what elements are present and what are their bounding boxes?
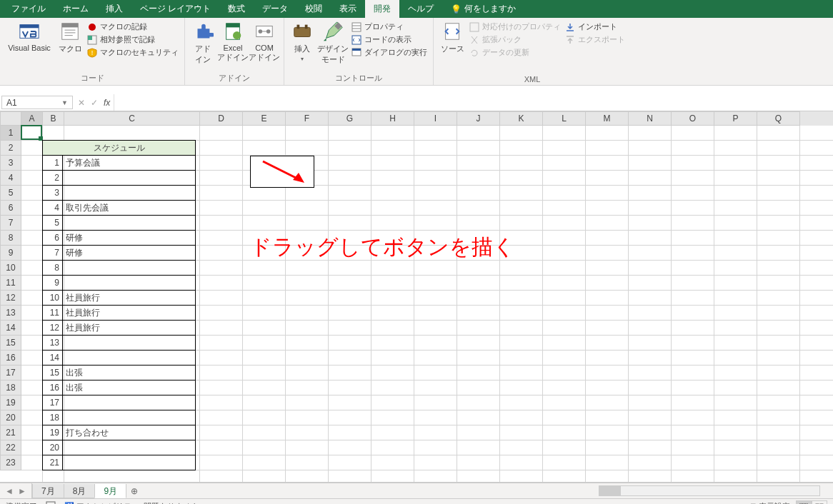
cell-num[interactable]: 1 [43,156,63,171]
col-header-H[interactable]: H [371,111,414,126]
cell-text[interactable]: 社員旅行 [63,291,196,306]
display-settings-button[interactable]: 🖥 表示設定 [749,501,790,504]
cells[interactable]: スケジュール 1予算会議234取引先会議56研修7研修8910社員旅行11社員旅… [21,126,833,482]
col-header-D[interactable]: D [200,111,243,126]
insert-control-button[interactable]: 挿入▾ [289,19,316,64]
cell-num[interactable]: 3 [43,186,63,201]
tab-数式[interactable]: 数式 [219,0,254,18]
row-header-23[interactable]: 23 [0,455,21,470]
view-normal-button[interactable] [796,500,812,505]
sheet-tab-8月[interactable]: 8月 [64,484,96,498]
cell-num[interactable]: 5 [43,216,63,231]
row-header-16[interactable]: 16 [0,351,21,366]
cell-num[interactable]: 13 [43,336,63,351]
enter-icon[interactable]: ✓ [91,98,98,108]
tab-ページ レイアウト[interactable]: ページ レイアウト [131,0,219,18]
view-page-layout-button[interactable] [812,500,827,505]
com-addin-button[interactable]: COM アドイン [249,19,279,64]
cell-text[interactable]: 研修 [63,231,196,246]
fx-icon[interactable]: fx [104,98,110,108]
cell-num[interactable]: 4 [43,201,63,216]
cell-num[interactable]: 19 [43,425,63,440]
row-header-17[interactable]: 17 [0,366,21,380]
properties-button[interactable]: プロパティ [350,21,429,33]
view-code-button[interactable]: コードの表示 [350,34,429,46]
cell-num[interactable]: 9 [43,276,63,291]
sheet-tab-7月[interactable]: 7月 [32,484,64,498]
cell-text[interactable] [63,171,196,186]
select-all-button[interactable] [0,111,21,126]
row-header-4[interactable]: 4 [0,171,21,186]
tab-挿入[interactable]: 挿入 [97,0,131,18]
macro-security-button[interactable]: !マクロのセキュリティ [86,46,180,59]
visual-basic-button[interactable]: Visual Basic [4,19,54,54]
excel-addin-button[interactable]: Excel アドイン [218,19,248,64]
cell-num[interactable]: 12 [43,321,63,336]
col-header-C[interactable]: C [64,111,200,126]
horizontal-scrollbar[interactable] [599,485,820,496]
row-header-3[interactable]: 3 [0,156,21,171]
col-header-F[interactable]: F [286,111,329,126]
import-button[interactable]: インポート [564,21,627,33]
cell-text[interactable] [63,410,196,425]
tab-ファイル[interactable]: ファイル [3,0,54,18]
col-header-M[interactable]: M [586,111,629,126]
cell-text[interactable] [63,455,196,470]
nav-next-icon[interactable]: ► [18,486,26,496]
formula-input[interactable] [114,94,833,111]
sheet-tab-9月[interactable]: 9月 [94,484,126,498]
tab-データ[interactable]: データ [254,0,296,18]
row-header-8[interactable]: 8 [0,231,21,246]
macro-record-icon[interactable] [46,501,56,505]
cell-text[interactable]: 出張 [63,366,196,380]
col-header-K[interactable]: K [500,111,543,126]
run-dialog-button[interactable]: ダイアログの実行 [350,46,429,59]
col-header-G[interactable]: G [329,111,371,126]
row-header-22[interactable]: 22 [0,440,21,455]
cell-num[interactable]: 10 [43,291,63,306]
col-header-P[interactable]: P [714,111,757,126]
row-header-14[interactable]: 14 [0,321,21,336]
cell-text[interactable] [63,276,196,291]
macros-button[interactable]: マクロ [56,19,84,56]
col-header-B[interactable]: B [43,111,64,126]
name-box-dropdown-icon[interactable]: ▼ [61,99,68,106]
cell-text[interactable]: 社員旅行 [63,306,196,321]
cell-num[interactable]: 7 [43,246,63,261]
cell-text[interactable] [63,440,196,455]
col-header-Q[interactable]: Q [757,111,800,126]
tab-ホーム[interactable]: ホーム [54,0,97,18]
col-header-I[interactable]: I [414,111,457,126]
row-header-10[interactable]: 10 [0,261,21,276]
cell-num[interactable]: 15 [43,366,63,380]
cell-text[interactable] [63,336,196,351]
row-header-18[interactable]: 18 [0,380,21,395]
row-header-7[interactable]: 7 [0,216,21,231]
row-header-19[interactable]: 19 [0,395,21,410]
accessibility-status[interactable]: ♿ アクセシビリティ: 問題ありません [64,501,199,504]
add-sheet-button[interactable]: ⊕ [126,486,143,496]
row-header-21[interactable]: 21 [0,425,21,440]
row-header-2[interactable]: 2 [0,141,21,156]
col-header-E[interactable]: E [243,111,286,126]
cell-num[interactable]: 11 [43,306,63,321]
cell-num[interactable]: 20 [43,440,63,455]
cell-text[interactable] [63,216,196,231]
row-header-6[interactable]: 6 [0,201,21,216]
col-header-J[interactable]: J [457,111,500,126]
sheet-nav[interactable]: ◄► [0,483,32,498]
row-header-12[interactable]: 12 [0,291,21,306]
tab-校閲[interactable]: 校閲 [296,0,331,18]
tell-me-search[interactable]: 💡何をしますか [442,0,524,18]
cell-num[interactable]: 16 [43,380,63,395]
col-header-O[interactable]: O [672,111,714,126]
cell-text[interactable] [63,186,196,201]
cell-text[interactable] [63,351,196,366]
name-box[interactable]: A1▼ [1,96,73,109]
nav-prev-icon[interactable]: ◄ [5,486,14,496]
row-header-20[interactable]: 20 [0,410,21,425]
cell-num[interactable]: 14 [43,351,63,366]
cell-text[interactable] [63,261,196,276]
col-header-N[interactable]: N [629,111,672,126]
cell-text[interactable]: 予算会議 [63,156,196,171]
